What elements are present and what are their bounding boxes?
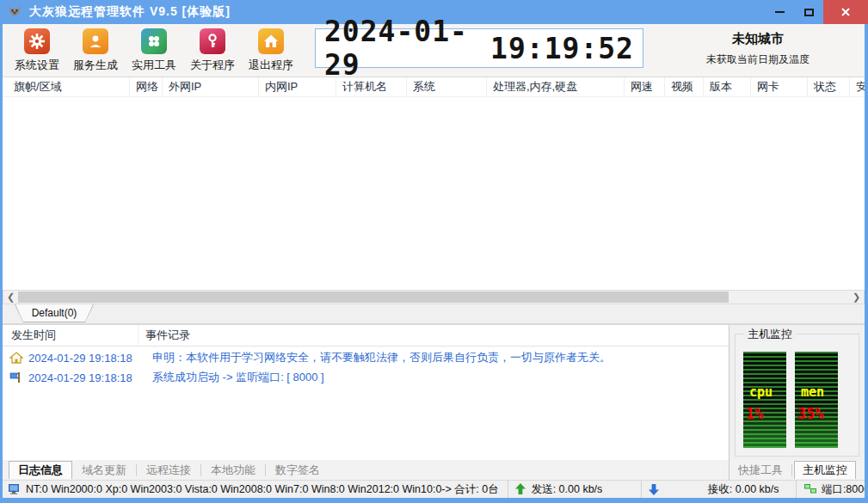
port-text: 端口:8000 [822, 482, 865, 497]
clock-date: 2024-01-29 [324, 15, 490, 82]
computer-icon [8, 483, 22, 495]
bottom-tabs-left: 日志信息 域名更新 远程连接 本地功能 数字签名 [3, 460, 729, 480]
port-segment: 端口:8000 [797, 481, 865, 498]
city-name: 未知城市 [655, 31, 861, 47]
exit-program-label: 退出程序 [249, 58, 293, 73]
log-event: 系统成功启动 -> 监听端口: [ 8000 ] [152, 370, 324, 385]
memory-gauge-label: men [801, 384, 824, 400]
column-net-card[interactable]: 网卡 [751, 77, 808, 97]
gear-icon [24, 28, 50, 54]
tab-local-functions[interactable]: 本地功能 [201, 464, 266, 476]
exit-program-button[interactable]: 退出程序 [245, 27, 297, 75]
user-icon [83, 28, 108, 54]
tab-remote-connect[interactable]: 远程连接 [137, 464, 201, 476]
receive-speed-text: 接收: 0.00 kb/s [708, 482, 779, 497]
flag-icon [9, 371, 23, 384]
network-icon [803, 483, 817, 495]
service-generate-button[interactable]: 服务生成 [70, 27, 121, 75]
house-icon [9, 351, 23, 365]
cpu-gauge-value: 1% [746, 405, 763, 422]
tab-log-info[interactable]: 日志信息 [9, 461, 72, 479]
column-external-ip[interactable]: 外网IP [163, 77, 259, 97]
log-header: 发生时间 事件记录 [3, 325, 729, 347]
about-program-button[interactable]: 关于程序 [187, 27, 238, 75]
send-segment: 发送: 0.00 kb/s [508, 481, 641, 498]
host-grid-header: 旗帜/区域 网络 外网IP 内网IP 计算机名 系统 处理器,内存,硬盘 网速 … [3, 77, 865, 97]
host-grid-body[interactable] [3, 97, 865, 290]
down-arrow-icon [647, 483, 661, 495]
column-status[interactable]: 状态 [808, 77, 850, 97]
digital-clock: 2024-01-29 19:19:52 [315, 28, 643, 68]
window-title: 大灰狼远程管理软件 V9.5 [体验版] [29, 4, 231, 20]
close-button[interactable] [823, 0, 868, 24]
column-video[interactable]: 视频 [665, 77, 704, 97]
log-row[interactable]: 2024-01-29 19:18:18 系统成功启动 -> 监听端口: [ 80… [3, 369, 729, 386]
host-monitor-groupbox: 主机监控 cpu 1% men 35% [735, 334, 859, 457]
clock-time: 19:19:52 [490, 32, 634, 65]
column-computer-name[interactable]: 计算机名 [336, 77, 407, 97]
utility-tools-label: 实用工具 [132, 58, 176, 73]
weather-note: 未获取当前日期及温度 [655, 52, 861, 67]
receive-segment [641, 481, 706, 498]
system-settings-label: 系统设置 [15, 58, 59, 73]
scrollbar-thumb[interactable] [18, 291, 729, 303]
column-cpu-mem-disk[interactable]: 处理器,内存,硬盘 [487, 77, 625, 97]
cpu-gauge-label: cpu [749, 384, 773, 400]
column-version[interactable]: 版本 [704, 77, 751, 97]
group-tab-default-label: Default(0) [15, 304, 93, 322]
memory-gauge-value: 35% [797, 405, 824, 422]
column-security[interactable]: 安 [850, 77, 865, 97]
column-system[interactable]: 系统 [407, 77, 487, 97]
maximize-icon [804, 9, 814, 16]
toolbar: 系统设置 服务生成 [3, 24, 865, 77]
os-count-segment: NT:0 Win2000:0 Xp:0 Win2003:0 Vista:0 Wi… [3, 481, 508, 498]
column-net-speed[interactable]: 网速 [625, 77, 665, 97]
about-program-label: 关于程序 [190, 58, 235, 73]
toolbar-buttons: 系统设置 服务生成 [11, 27, 297, 75]
key-icon [200, 28, 225, 54]
scroll-left-arrow-icon[interactable]: ❮ [3, 291, 18, 304]
close-icon [840, 7, 851, 17]
tab-host-monitor[interactable]: 主机监控 [794, 461, 856, 479]
log-time: 2024-01-29 19:18:18 [28, 371, 144, 384]
group-tab-strip: Default(0) [3, 304, 865, 324]
minimize-icon [775, 11, 785, 13]
window-controls [765, 0, 868, 24]
log-time: 2024-01-29 19:18:18 [28, 352, 144, 365]
bottom-tabs-right: 快捷工具 主机监控 [729, 460, 865, 480]
system-settings-button[interactable]: 系统设置 [11, 27, 63, 75]
utility-tools-button[interactable]: 实用工具 [128, 27, 180, 75]
os-counts-text: NT:0 Win2000:0 Xp:0 Win2003:0 Vista:0 Wi… [26, 482, 499, 497]
weather-panel: 未知城市 未获取当前日期及温度 [655, 28, 861, 74]
cpu-gauge: cpu 1% [743, 352, 786, 448]
log-column-event[interactable]: 事件记录 [139, 325, 190, 346]
log-row[interactable]: 2024-01-29 19:18:18 申明：本软件用于学习网络安全，请不要触犯… [3, 349, 729, 366]
tab-domain-update[interactable]: 域名更新 [72, 464, 137, 476]
tab-digital-signature[interactable]: 数字签名 [266, 464, 329, 476]
host-monitor-title: 主机监控 [744, 327, 796, 342]
scroll-right-arrow-icon[interactable]: ❯ [849, 291, 864, 304]
maximize-button[interactable] [794, 0, 823, 24]
host-monitor-panel: 主机监控 cpu 1% men 35% [729, 324, 865, 460]
memory-gauge: men 35% [795, 352, 838, 448]
home-icon [258, 28, 284, 54]
column-internal-ip[interactable]: 内网IP [259, 77, 336, 97]
log-event: 申明：本软件用于学习网络安全，请不要触犯法律，否则后果自行负责，一切与原作者无关… [152, 350, 611, 365]
wolf-app-icon [7, 4, 22, 20]
receive-text-segment: 接收: 0.00 kb/s [706, 481, 796, 498]
up-arrow-icon [514, 483, 527, 495]
minimize-button[interactable] [765, 0, 794, 24]
window-content: 系统设置 服务生成 [3, 24, 865, 498]
app-window: 大灰狼远程管理软件 V9.5 [体验版] [0, 0, 868, 503]
column-network[interactable]: 网络 [130, 77, 163, 97]
group-tab-default[interactable]: Default(0) [15, 304, 94, 322]
horizontal-scrollbar[interactable]: ❮ ❯ [3, 290, 865, 304]
status-bar: NT:0 Win2000:0 Xp:0 Win2003:0 Vista:0 Wi… [3, 480, 865, 498]
clover-icon [141, 28, 167, 54]
log-panel: 发生时间 事件记录 2024-01-29 19:18:18 申明：本软件用于学习… [3, 324, 729, 460]
log-column-time[interactable]: 发生时间 [3, 325, 139, 346]
send-speed-text: 发送: 0.00 kb/s [532, 482, 603, 497]
column-flag-region[interactable]: 旗帜/区域 [3, 77, 130, 97]
service-generate-label: 服务生成 [73, 58, 118, 73]
tab-quick-tools[interactable]: 快捷工具 [729, 464, 792, 476]
